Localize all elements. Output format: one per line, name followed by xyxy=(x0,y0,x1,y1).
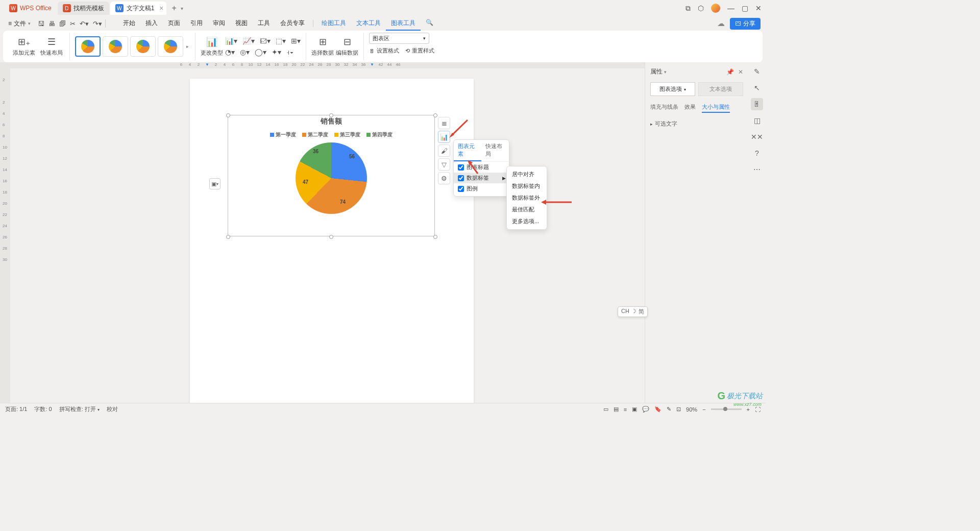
bar-dd[interactable]: 📊▾ xyxy=(225,37,237,45)
handle-br[interactable] xyxy=(433,235,437,239)
tab-dropdown-icon[interactable]: ▾ xyxy=(181,6,183,11)
panel-tab-text[interactable]: 文本选项 xyxy=(698,82,743,96)
print-icon[interactable]: 🖶 xyxy=(48,20,55,28)
fit-icon[interactable]: ⊡ xyxy=(676,406,681,413)
menu-tab-draw[interactable]: 绘图工具 xyxy=(316,17,351,31)
popup1-item-datalabel[interactable]: 数据标签 ▶ xyxy=(454,173,509,183)
menu-tab-start[interactable]: 开始 xyxy=(118,17,140,31)
add-element-button[interactable]: ⊞₊ 添加元素 xyxy=(11,36,37,57)
save-icon[interactable]: 🖫 xyxy=(38,20,44,28)
set-format-button[interactable]: 🎚 设置格式 xyxy=(369,47,399,55)
fullscreen-icon[interactable]: ⛶ xyxy=(755,406,761,413)
avatar[interactable] xyxy=(711,4,720,13)
panel-tab-chart[interactable]: 图表选项 ▾ xyxy=(650,82,695,96)
style-more-icon[interactable]: ▸ xyxy=(185,44,190,49)
line-dd[interactable]: 📈▾ xyxy=(242,37,255,45)
window-restore-icon[interactable]: ⧉ xyxy=(685,4,691,13)
reset-style-button[interactable]: ⟲ 重置样式 xyxy=(405,47,434,55)
radar-dd[interactable]: ✦▾ xyxy=(272,48,281,56)
popup1-item-legend[interactable]: 图例 xyxy=(454,183,509,194)
panel-item-alttext[interactable]: ▸ 可选文字 xyxy=(650,120,743,128)
select-data-button[interactable]: ⊞ 选择数据 xyxy=(311,36,334,57)
pie-chart[interactable]: 销售额 第一季度 第二季度 第三季度 第四季度 56 74 47 36 xyxy=(230,117,433,234)
comment-icon[interactable]: 💬 xyxy=(642,406,649,413)
tab-template[interactable]: D 找稻壳模板 xyxy=(58,2,109,15)
canvas[interactable]: ▣ ▾ 销售额 第一季度 第二季度 第三季度 第四季度 56 xyxy=(10,68,645,403)
pin-icon[interactable]: 📌 xyxy=(726,68,734,76)
chart-style-3[interactable] xyxy=(130,36,156,57)
status-proof[interactable]: 校对 xyxy=(107,405,118,413)
subtab-effect[interactable]: 效果 xyxy=(684,103,696,113)
chart-style-4[interactable] xyxy=(158,36,183,57)
chart-filter-icon[interactable]: ▽ xyxy=(438,158,450,171)
subtab-size[interactable]: 大小与属性 xyxy=(702,103,730,113)
zoom-out-icon[interactable]: − xyxy=(702,406,705,413)
menu-tab-view[interactable]: 视图 xyxy=(230,17,253,31)
strip-more-icon[interactable]: ⋯ xyxy=(751,163,763,176)
menu-tab-page[interactable]: 页面 xyxy=(163,17,185,31)
strip-pencil-icon[interactable]: ✎ xyxy=(751,65,763,78)
tab-document[interactable]: W 文字文稿1 × xyxy=(110,2,167,15)
submenu-center[interactable]: 居中对齐 xyxy=(507,168,547,180)
area-dd[interactable]: 🗠▾ xyxy=(260,37,271,45)
menu-tab-reference[interactable]: 引用 xyxy=(185,17,208,31)
popup1-item-title[interactable]: 图表标题 xyxy=(454,162,509,173)
submenu-inside[interactable]: 数据标签内 xyxy=(507,180,547,192)
donut-dd[interactable]: ◎▾ xyxy=(240,48,250,56)
close-icon[interactable]: × xyxy=(159,4,163,12)
submenu-more[interactable]: 更多选项... xyxy=(507,215,547,227)
chart-style-1[interactable] xyxy=(75,36,101,57)
zoom-slider[interactable] xyxy=(711,408,742,410)
stock-dd[interactable]: ⫞▾ xyxy=(286,48,293,56)
view-outline-icon[interactable]: ≡ xyxy=(624,406,627,413)
minimize-icon[interactable]: — xyxy=(727,4,734,12)
checkbox-legend[interactable] xyxy=(458,186,464,192)
undo-icon[interactable]: ↶▾ xyxy=(80,20,89,28)
submenu-outside[interactable]: 数据标签外 xyxy=(507,192,547,204)
strip-layers-icon[interactable]: ◫ xyxy=(751,114,763,127)
view-page-icon[interactable]: ▭ xyxy=(603,406,608,413)
ime-indicator[interactable]: CH ☽ 简 xyxy=(618,306,648,317)
checkbox-title[interactable] xyxy=(458,164,464,171)
chart-area-select[interactable]: 图表区 ▾ xyxy=(369,33,429,44)
chart-layout-icon[interactable]: ≣ xyxy=(438,117,450,129)
status-page[interactable]: 页面: 1/1 xyxy=(5,405,27,413)
strip-cursor-icon[interactable]: ↖ xyxy=(751,82,763,94)
menu-tab-member[interactable]: 会员专享 xyxy=(275,17,310,31)
redo-icon[interactable]: ↷▾ xyxy=(93,20,102,28)
handle-tr[interactable] xyxy=(433,113,437,117)
search-icon[interactable]: 🔍 xyxy=(421,17,438,31)
zoom-label[interactable]: 90% xyxy=(686,406,697,413)
handle-bl[interactable] xyxy=(226,235,230,239)
close-panel-icon[interactable]: ✕ xyxy=(738,68,743,76)
bookmark-icon[interactable]: 🔖 xyxy=(654,406,662,413)
handle-bm[interactable] xyxy=(329,235,333,239)
menu-tab-tools[interactable]: 工具 xyxy=(253,17,275,31)
popup1-tab-layout[interactable]: 快速布局 xyxy=(481,140,509,161)
maximize-icon[interactable]: ▢ xyxy=(742,4,748,12)
strip-help-icon[interactable]: ? xyxy=(751,147,763,159)
file-menu[interactable]: ≡ 文件 ▾ xyxy=(5,19,34,28)
subtab-fill[interactable]: 填充与线条 xyxy=(650,103,678,113)
view-read-icon[interactable]: ▣ xyxy=(632,406,637,413)
menu-tab-chart[interactable]: 图表工具 xyxy=(386,17,421,31)
scatter-dd[interactable]: ◯▾ xyxy=(255,48,266,56)
share-button[interactable]: ⮹ 分享 xyxy=(730,18,761,30)
zoom-in-icon[interactable]: + xyxy=(747,406,750,413)
cut-icon[interactable]: ✂ xyxy=(70,20,76,28)
menu-tab-text[interactable]: 文本工具 xyxy=(351,17,386,31)
strip-tools-icon[interactable]: ✕✕ xyxy=(751,131,763,143)
chart-style-icon[interactable]: 🖌 xyxy=(438,144,450,157)
status-words[interactable]: 字数: 0 xyxy=(34,405,52,413)
preview-icon[interactable]: 🗐 xyxy=(59,20,66,28)
submenu-bestfit[interactable]: 最佳匹配 xyxy=(507,204,547,215)
combo-dd[interactable]: ⬚▾ xyxy=(276,37,286,45)
edit-data-button[interactable]: ⊟ 编辑数据 xyxy=(336,36,358,57)
status-spell[interactable]: 拼写检查: 打开 ▾ xyxy=(59,405,100,413)
pen-icon[interactable]: ✎ xyxy=(667,406,671,413)
strip-settings-icon[interactable]: 🎚 xyxy=(751,98,763,110)
quick-layout-button[interactable]: ☰ 快速布局 xyxy=(39,36,64,57)
menu-tab-insert[interactable]: 插入 xyxy=(140,17,163,31)
close-window-icon[interactable]: ✕ xyxy=(755,4,762,12)
chart-style-2[interactable] xyxy=(103,36,128,57)
